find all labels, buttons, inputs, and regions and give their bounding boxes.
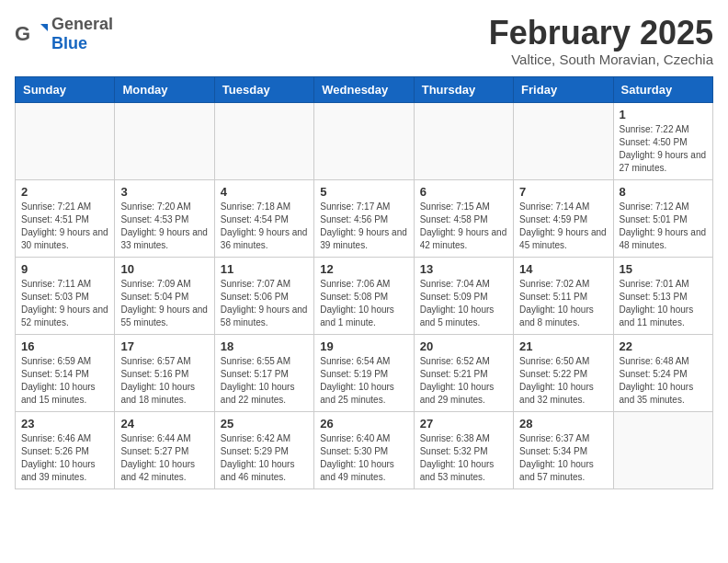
day-number: 13	[420, 262, 507, 276]
day-number: 24	[120, 417, 208, 431]
calendar-cell: 6Sunrise: 7:15 AM Sunset: 4:58 PM Daylig…	[414, 179, 513, 257]
calendar-cell	[115, 102, 214, 179]
calendar-cell: 22Sunrise: 6:48 AM Sunset: 5:24 PM Dayli…	[613, 334, 712, 411]
day-number: 9	[21, 262, 108, 276]
calendar-cell	[214, 102, 313, 179]
logo-blue-text: Blue	[51, 34, 87, 52]
day-info: Sunrise: 6:42 AM Sunset: 5:29 PM Dayligh…	[221, 432, 308, 484]
day-number: 8	[620, 185, 707, 199]
day-info: Sunrise: 6:40 AM Sunset: 5:30 PM Dayligh…	[320, 432, 407, 484]
day-number: 15	[620, 262, 707, 276]
calendar-cell: 16Sunrise: 6:59 AM Sunset: 5:14 PM Dayli…	[16, 334, 115, 411]
day-info: Sunrise: 7:09 AM Sunset: 5:04 PM Dayligh…	[120, 278, 208, 329]
day-number: 26	[320, 417, 407, 431]
calendar-cell: 17Sunrise: 6:57 AM Sunset: 5:16 PM Dayli…	[115, 334, 214, 411]
calendar-cell: 27Sunrise: 6:38 AM Sunset: 5:32 PM Dayli…	[414, 411, 513, 488]
day-info: Sunrise: 7:20 AM Sunset: 4:53 PM Dayligh…	[120, 201, 208, 252]
day-info: Sunrise: 7:06 AM Sunset: 5:08 PM Dayligh…	[320, 278, 407, 329]
calendar-cell	[414, 102, 513, 179]
calendar-cell: 4Sunrise: 7:18 AM Sunset: 4:54 PM Daylig…	[214, 179, 313, 257]
day-number: 2	[21, 185, 108, 199]
calendar-cell: 11Sunrise: 7:07 AM Sunset: 5:06 PM Dayli…	[214, 257, 313, 334]
day-number: 28	[519, 417, 607, 431]
day-info: Sunrise: 7:14 AM Sunset: 4:59 PM Dayligh…	[519, 201, 607, 252]
calendar-cell: 20Sunrise: 6:52 AM Sunset: 5:21 PM Dayli…	[414, 334, 513, 411]
day-info: Sunrise: 7:07 AM Sunset: 5:06 PM Dayligh…	[221, 278, 308, 329]
calendar-cell: 3Sunrise: 7:20 AM Sunset: 4:53 PM Daylig…	[115, 179, 214, 257]
calendar-cell: 25Sunrise: 6:42 AM Sunset: 5:29 PM Dayli…	[214, 411, 313, 488]
day-info: Sunrise: 6:57 AM Sunset: 5:16 PM Dayligh…	[120, 355, 208, 407]
day-info: Sunrise: 6:46 AM Sunset: 5:26 PM Dayligh…	[21, 432, 108, 484]
calendar-cell: 5Sunrise: 7:17 AM Sunset: 4:56 PM Daylig…	[314, 179, 414, 257]
day-number: 19	[320, 339, 407, 353]
day-info: Sunrise: 6:59 AM Sunset: 5:14 PM Dayligh…	[21, 355, 108, 407]
day-info: Sunrise: 7:01 AM Sunset: 5:13 PM Dayligh…	[620, 278, 707, 329]
week-row-1: 1Sunrise: 7:22 AM Sunset: 4:50 PM Daylig…	[16, 102, 713, 179]
day-info: Sunrise: 7:22 AM Sunset: 4:50 PM Dayligh…	[620, 123, 707, 175]
week-row-4: 16Sunrise: 6:59 AM Sunset: 5:14 PM Dayli…	[16, 334, 713, 411]
calendar-cell: 15Sunrise: 7:01 AM Sunset: 5:13 PM Dayli…	[613, 257, 712, 334]
calendar-cell: 24Sunrise: 6:44 AM Sunset: 5:27 PM Dayli…	[115, 411, 214, 488]
day-number: 10	[120, 262, 208, 276]
week-row-3: 9Sunrise: 7:11 AM Sunset: 5:03 PM Daylig…	[16, 257, 713, 334]
calendar-cell: 2Sunrise: 7:21 AM Sunset: 4:51 PM Daylig…	[16, 179, 115, 257]
calendar-cell: 10Sunrise: 7:09 AM Sunset: 5:04 PM Dayli…	[115, 257, 214, 334]
calendar-cell	[514, 102, 613, 179]
day-info: Sunrise: 6:54 AM Sunset: 5:19 PM Dayligh…	[320, 355, 407, 407]
weekday-header-sunday: Sunday	[16, 76, 115, 102]
calendar-cell: 1Sunrise: 7:22 AM Sunset: 4:50 PM Daylig…	[613, 102, 712, 179]
day-number: 18	[221, 339, 308, 353]
day-number: 5	[320, 185, 407, 199]
day-number: 6	[420, 185, 507, 199]
day-info: Sunrise: 6:48 AM Sunset: 5:24 PM Dayligh…	[620, 355, 707, 407]
day-info: Sunrise: 7:17 AM Sunset: 4:56 PM Dayligh…	[320, 201, 407, 252]
day-number: 21	[519, 339, 607, 353]
day-number: 22	[620, 339, 707, 353]
day-info: Sunrise: 7:18 AM Sunset: 4:54 PM Dayligh…	[221, 201, 308, 252]
day-info: Sunrise: 6:55 AM Sunset: 5:17 PM Dayligh…	[221, 355, 308, 407]
day-number: 25	[221, 417, 308, 431]
calendar-body: 1Sunrise: 7:22 AM Sunset: 4:50 PM Daylig…	[16, 102, 713, 488]
day-info: Sunrise: 7:15 AM Sunset: 4:58 PM Dayligh…	[420, 201, 507, 252]
day-info: Sunrise: 7:12 AM Sunset: 5:01 PM Dayligh…	[620, 201, 707, 252]
day-info: Sunrise: 7:04 AM Sunset: 5:09 PM Dayligh…	[420, 278, 507, 329]
day-info: Sunrise: 7:02 AM Sunset: 5:11 PM Dayligh…	[519, 278, 607, 329]
calendar-cell: 19Sunrise: 6:54 AM Sunset: 5:19 PM Dayli…	[314, 334, 414, 411]
day-info: Sunrise: 6:50 AM Sunset: 5:22 PM Dayligh…	[519, 355, 607, 407]
day-number: 4	[221, 185, 308, 199]
day-number: 11	[221, 262, 308, 276]
logo-general-text: General	[51, 15, 113, 33]
calendar-cell: 13Sunrise: 7:04 AM Sunset: 5:09 PM Dayli…	[414, 257, 513, 334]
weekday-header-tuesday: Tuesday	[214, 76, 313, 102]
day-info: Sunrise: 7:21 AM Sunset: 4:51 PM Dayligh…	[21, 201, 108, 252]
calendar-cell	[16, 102, 115, 179]
weekday-header-monday: Monday	[115, 76, 214, 102]
day-number: 27	[420, 417, 507, 431]
day-info: Sunrise: 6:52 AM Sunset: 5:21 PM Dayligh…	[420, 355, 507, 407]
weekday-header-friday: Friday	[514, 76, 613, 102]
logo-icon: G	[15, 20, 48, 48]
day-number: 7	[519, 185, 607, 199]
day-number: 12	[320, 262, 407, 276]
calendar-cell	[314, 102, 414, 179]
weekday-header-row: SundayMondayTuesdayWednesdayThursdayFrid…	[16, 76, 713, 102]
calendar-cell: 28Sunrise: 6:37 AM Sunset: 5:34 PM Dayli…	[514, 411, 613, 488]
day-number: 1	[620, 108, 707, 121]
month-title: February 2025	[489, 15, 713, 52]
day-info: Sunrise: 6:38 AM Sunset: 5:32 PM Dayligh…	[420, 432, 507, 484]
calendar-cell: 12Sunrise: 7:06 AM Sunset: 5:08 PM Dayli…	[314, 257, 414, 334]
calendar-cell: 14Sunrise: 7:02 AM Sunset: 5:11 PM Dayli…	[514, 257, 613, 334]
day-number: 14	[519, 262, 607, 276]
calendar-cell: 9Sunrise: 7:11 AM Sunset: 5:03 PM Daylig…	[16, 257, 115, 334]
day-info: Sunrise: 7:11 AM Sunset: 5:03 PM Dayligh…	[21, 278, 108, 329]
header: G General Blue February 2025 Valtice, So…	[15, 15, 713, 67]
weekday-header-wednesday: Wednesday	[314, 76, 414, 102]
week-row-2: 2Sunrise: 7:21 AM Sunset: 4:51 PM Daylig…	[16, 179, 713, 257]
calendar-cell: 21Sunrise: 6:50 AM Sunset: 5:22 PM Dayli…	[514, 334, 613, 411]
svg-marker-1	[40, 24, 48, 31]
logo: G General Blue	[15, 15, 113, 53]
calendar-cell: 7Sunrise: 7:14 AM Sunset: 4:59 PM Daylig…	[514, 179, 613, 257]
calendar-cell: 26Sunrise: 6:40 AM Sunset: 5:30 PM Dayli…	[314, 411, 414, 488]
day-number: 23	[21, 417, 108, 431]
day-number: 3	[120, 185, 208, 199]
